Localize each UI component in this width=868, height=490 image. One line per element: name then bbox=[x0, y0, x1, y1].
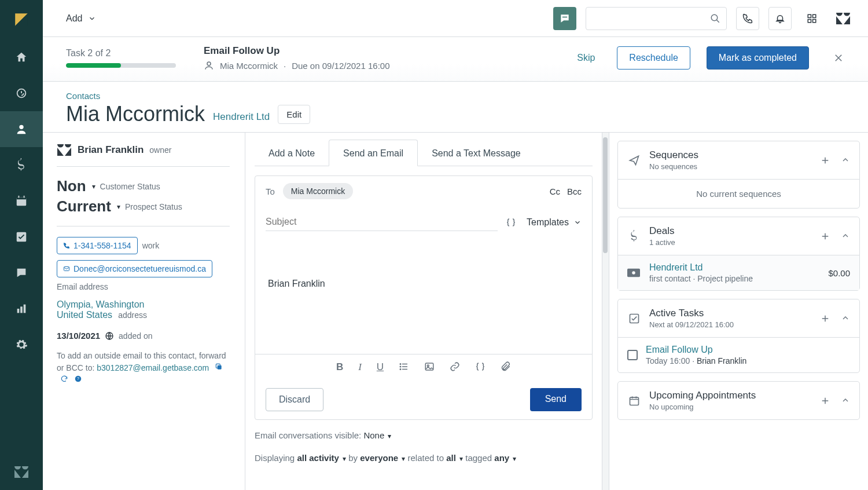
collapse-tasks[interactable] bbox=[841, 313, 850, 324]
send-button[interactable]: Send bbox=[530, 388, 582, 411]
svg-rect-16 bbox=[808, 19, 811, 22]
subject-input[interactable] bbox=[266, 213, 498, 231]
scroll-thumb[interactable] bbox=[603, 137, 608, 253]
add-deal[interactable] bbox=[820, 231, 830, 242]
add-task[interactable] bbox=[820, 313, 830, 324]
link-button[interactable] bbox=[450, 361, 460, 373]
reschedule-button[interactable]: Reschedule bbox=[617, 46, 690, 70]
svg-rect-12 bbox=[562, 16, 567, 17]
contact-header: Contacts Mia Mccormick Hendrerit Ltd Edi… bbox=[43, 82, 868, 132]
help-icon[interactable]: ? bbox=[74, 375, 82, 383]
customer-status[interactable]: Non ▾ Customer Status bbox=[57, 177, 230, 195]
svg-rect-15 bbox=[813, 14, 816, 17]
filter-related[interactable]: all ▾ bbox=[446, 453, 463, 463]
address-line2[interactable]: United States bbox=[57, 310, 112, 320]
svg-rect-9 bbox=[17, 309, 20, 313]
phone-pill[interactable]: 1-341-558-1154 bbox=[57, 237, 138, 254]
svg-rect-11 bbox=[24, 305, 26, 313]
zendesk-logo[interactable] bbox=[832, 7, 854, 30]
collapse-deals[interactable] bbox=[841, 231, 850, 242]
nav-settings[interactable] bbox=[0, 327, 43, 363]
nav-calendar[interactable] bbox=[0, 183, 43, 219]
copy-icon[interactable] bbox=[215, 363, 223, 371]
italic-button[interactable]: I bbox=[358, 361, 362, 373]
merge-fields-icon[interactable] bbox=[506, 217, 516, 228]
filter-activity[interactable]: all activity ▾ bbox=[297, 453, 346, 463]
feedback-button[interactable] bbox=[553, 7, 576, 30]
to-label: To bbox=[266, 187, 275, 196]
close-icon bbox=[833, 53, 844, 63]
mail-icon bbox=[63, 265, 70, 272]
task-item[interactable]: Email Follow Up Today 16:00 · Brian Fran… bbox=[618, 337, 859, 372]
company-link[interactable]: Hendrerit Ltd bbox=[213, 111, 270, 123]
tab-send-text[interactable]: Send a Text Message bbox=[418, 140, 535, 166]
svg-rect-33 bbox=[630, 397, 639, 405]
refresh-icon[interactable] bbox=[60, 375, 68, 383]
attachment-button[interactable] bbox=[501, 361, 511, 373]
app-sidebar bbox=[0, 0, 43, 490]
add-appointment[interactable] bbox=[820, 396, 830, 406]
address-line1[interactable]: Olympia, Washington bbox=[57, 299, 230, 310]
add-label: Add bbox=[66, 13, 82, 24]
add-sequence[interactable] bbox=[820, 155, 830, 166]
deal-item[interactable]: Hendrerit Ltd first contact · Project pi… bbox=[618, 255, 859, 290]
compose-tabs: Add a Note Send an Email Send a Text Mes… bbox=[255, 140, 593, 166]
email-body[interactable]: Brian Franklin bbox=[255, 238, 592, 354]
svg-rect-6 bbox=[19, 196, 20, 198]
app-logo[interactable] bbox=[0, 0, 43, 39]
collapse-appointments[interactable] bbox=[841, 396, 850, 406]
visibility-row[interactable]: Email conversations visible: None ▾ bbox=[255, 430, 593, 440]
svg-rect-17 bbox=[813, 19, 816, 22]
bcc-toggle[interactable]: Bcc bbox=[567, 187, 582, 196]
list-button[interactable] bbox=[399, 361, 409, 373]
filter-tagged[interactable]: any ▾ bbox=[494, 453, 516, 463]
svg-rect-28 bbox=[425, 363, 433, 370]
nav-deals[interactable] bbox=[0, 147, 43, 183]
svg-rect-10 bbox=[20, 306, 23, 313]
nav-contacts[interactable] bbox=[0, 111, 43, 147]
image-button[interactable] bbox=[424, 361, 435, 373]
caret-down-icon: ▾ bbox=[117, 203, 120, 211]
filter-row: Displaying all activity ▾ by everyone ▾ … bbox=[255, 453, 593, 463]
email-pill[interactable]: Donec@orciconsectetuereuismod.ca bbox=[57, 260, 212, 277]
nav-tasks[interactable] bbox=[0, 219, 43, 255]
search-icon bbox=[710, 13, 720, 24]
phone-button[interactable] bbox=[736, 7, 759, 30]
complete-button[interactable]: Mark as completed bbox=[707, 46, 809, 70]
global-search[interactable] bbox=[586, 7, 727, 30]
merge-fields-button[interactable] bbox=[475, 361, 486, 373]
breadcrumb[interactable]: Contacts bbox=[66, 91, 845, 101]
nav-home[interactable] bbox=[0, 39, 43, 75]
apps-button[interactable] bbox=[801, 7, 823, 30]
discard-button[interactable]: Discard bbox=[266, 388, 323, 411]
zendesk-icon bbox=[836, 13, 851, 24]
tab-send-email[interactable]: Send an Email bbox=[329, 140, 418, 166]
edit-button[interactable]: Edit bbox=[278, 105, 310, 124]
bold-button[interactable]: B bbox=[336, 361, 343, 373]
nav-calls[interactable] bbox=[0, 75, 43, 111]
underline-button[interactable]: U bbox=[377, 361, 384, 373]
task-assignee: Mia Mccormick bbox=[220, 61, 278, 71]
add-dropdown[interactable]: Add bbox=[66, 13, 96, 24]
cc-toggle[interactable]: Cc bbox=[550, 187, 560, 196]
task-checkbox[interactable] bbox=[627, 350, 638, 360]
prospect-status[interactable]: Current ▾ Prospect Status bbox=[57, 198, 230, 215]
templates-dropdown[interactable]: Templates bbox=[527, 217, 582, 228]
filter-by[interactable]: everyone ▾ bbox=[360, 453, 405, 463]
tasks-card: Active Tasks Next at 09/12/2021 16:00 Em… bbox=[617, 299, 860, 373]
tab-add-note[interactable]: Add a Note bbox=[255, 140, 329, 166]
recipient-chip[interactable]: Mia Mccormick bbox=[283, 183, 353, 199]
nav-chat[interactable] bbox=[0, 255, 43, 291]
close-taskbar[interactable] bbox=[825, 49, 845, 67]
task-counter: Task 2 of 2 bbox=[66, 48, 187, 58]
task-due: Due on 09/12/2021 16:00 bbox=[292, 61, 389, 71]
bcc-email-link[interactable]: b3012827@email.getbase.com bbox=[97, 363, 209, 372]
notifications-button[interactable] bbox=[768, 7, 792, 30]
nav-zendesk[interactable] bbox=[14, 454, 28, 490]
scrollbar[interactable] bbox=[602, 133, 609, 490]
svg-rect-5 bbox=[17, 198, 27, 200]
skip-button[interactable]: Skip bbox=[571, 48, 601, 68]
collapse-sequences[interactable] bbox=[841, 155, 850, 166]
svg-point-25 bbox=[400, 364, 401, 365]
nav-reports[interactable] bbox=[0, 291, 43, 327]
